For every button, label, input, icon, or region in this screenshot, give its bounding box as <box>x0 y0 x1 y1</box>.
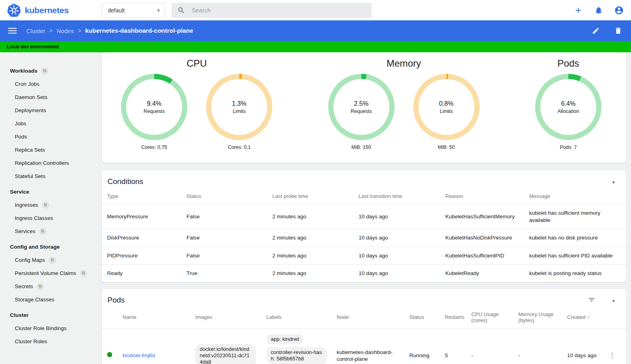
col-node[interactable]: Node <box>337 307 409 328</box>
sidebar-item-label: Ingress Classes <box>15 215 53 221</box>
breadcrumb-cluster[interactable]: Cluster <box>26 28 46 34</box>
sidebar-item-pods[interactable]: Pods <box>0 130 99 143</box>
condition-cell: kubelet has no disk pressure <box>529 229 626 247</box>
sidebar-item-daemon-sets[interactable]: Daemon Sets <box>0 91 99 104</box>
conditions-table: TypeStatusLast probe timeLast transition… <box>102 188 626 282</box>
pod-name-cell: kindnet-fmj8d <box>123 328 195 364</box>
col-cpu-usage-cores[interactable]: CPU Usage (cores) <box>471 307 518 328</box>
top-app-bar: kubernetes default ▾ <box>0 0 631 20</box>
label-chip: app: kindnet <box>266 334 304 344</box>
col-last-transition-time: Last transition time <box>359 188 445 204</box>
sidebar-item-cluster-roles[interactable]: Cluster Roles <box>0 335 99 348</box>
search-input[interactable] <box>192 7 366 14</box>
notifications-button[interactable] <box>594 6 603 15</box>
sidebar-item-label: Storage Classes <box>15 297 54 303</box>
sidebar-item-ingresses[interactable]: IngressesN <box>0 198 99 212</box>
sidebar-item-label: Deployments <box>15 107 46 113</box>
filter-button[interactable] <box>588 296 595 304</box>
sidebar-item-secrets[interactable]: SecretsN <box>0 280 99 293</box>
condition-cell: 2 minutes ago <box>272 265 359 282</box>
sidebar-item-storage-classes[interactable]: Storage Classes <box>0 293 99 306</box>
table-row: ReadyTrue2 minutes ago10 days agoKubelet… <box>102 265 626 282</box>
sidebar-item-jobs[interactable]: Jobs <box>0 117 99 130</box>
donut-cpu-limits: 1.3%LimitsCores: 0,1 <box>206 74 272 150</box>
breadcrumb-bar: Cluster > Nodes > kubernetes-dashboard-c… <box>0 20 631 41</box>
sidebar-section-label: Cluster <box>10 312 29 318</box>
account-button[interactable] <box>614 6 624 15</box>
col-created[interactable]: Created↑ <box>567 307 609 328</box>
col-restarts[interactable]: Restarts <box>445 307 471 328</box>
sidebar-item-label: Replication Controllers <box>15 160 69 166</box>
labels-stack: app: kindnetcontroller-revision-hash: 58… <box>266 334 331 364</box>
collapse-arrow-icon: ▲ <box>611 298 616 303</box>
donut-percent: 1.3% <box>232 100 246 107</box>
pod-status-text-cell: Running <box>409 328 445 364</box>
col-memory-usage-bytes[interactable]: Memory Usage (bytes) <box>518 307 567 328</box>
conditions-title: Conditions <box>107 177 143 186</box>
sidebar-item-replica-sets[interactable]: Replica Sets <box>0 143 99 156</box>
plus-icon <box>574 6 583 15</box>
sidebar-item-label: Services <box>15 228 36 234</box>
condition-cell: kubelet has sufficient PID available <box>529 247 626 265</box>
sidebar-item-config-maps[interactable]: Config MapsN <box>0 253 99 267</box>
pencil-icon <box>592 27 600 35</box>
donut-hole: 9.4%Requests <box>126 79 182 135</box>
sidebar-item-replication-controllers[interactable]: Replication Controllers <box>0 156 99 170</box>
donut-label: Requests <box>351 109 372 114</box>
sidebar-section-label: Workloads <box>10 68 38 74</box>
pod-name-link[interactable]: kindnet-fmj8d <box>123 352 155 358</box>
condition-cell: MemoryPressure <box>102 204 187 229</box>
sidebar-item-cron-jobs[interactable]: Cron Jobs <box>0 77 99 91</box>
sidebar-item-stateful-sets[interactable]: Stateful Sets <box>0 170 99 183</box>
collapse-conditions-button[interactable]: ▲ <box>609 178 618 186</box>
sidebar-item-cluster-role-bindings[interactable]: Cluster Role Bindings <box>0 322 99 335</box>
col-status[interactable]: Status <box>409 307 445 328</box>
condition-cell: 2 minutes ago <box>272 229 359 247</box>
condition-cell: 10 days ago <box>359 247 445 265</box>
edit-button[interactable] <box>591 26 601 36</box>
conditions-card: Conditions ▲ TypeStatusLast probe timeLa… <box>102 170 626 282</box>
col-images[interactable]: Images <box>195 307 266 328</box>
pod-memory-usage-cell: - <box>518 328 567 364</box>
pod-created-cell: 10 days ago <box>567 328 609 364</box>
new-badge: N <box>49 257 56 264</box>
sidebar-item-services[interactable]: ServicesN <box>0 225 99 238</box>
donut-row: 6.4%AllocationPods: 7 <box>535 74 601 150</box>
search-bar[interactable] <box>172 3 371 18</box>
pods-card: Pods ▲ NameImagesLabelsNodeStatusRestart… <box>102 289 626 364</box>
collapse-pods-button[interactable]: ▲ <box>609 296 618 304</box>
col-name[interactable]: Name <box>123 307 195 328</box>
delete-button[interactable] <box>613 26 623 36</box>
donut-cpu-requests: 9.4%RequestsCores: 0,75 <box>121 74 187 150</box>
breadcrumb-nodes[interactable]: Nodes <box>57 28 74 34</box>
add-resource-button[interactable] <box>573 6 583 15</box>
col-labels[interactable]: Labels <box>266 307 337 328</box>
table-row: kindnet-fmj8ddocker.io/kindest/kindnetd:… <box>102 328 626 364</box>
sidebar-item-ingress-classes[interactable]: Ingress Classes <box>0 212 99 225</box>
kebab-menu-icon[interactable]: ⋮ <box>609 352 615 359</box>
breadcrumb-separator: > <box>78 28 81 34</box>
condition-cell: 10 days ago <box>359 265 445 282</box>
donut-footer: Cores: 0,75 <box>141 144 167 150</box>
donut-hole: 1.3%Limits <box>211 79 267 135</box>
donut-footer: MiB: 50 <box>438 144 454 150</box>
col-message: Message <box>529 188 626 204</box>
namespace-select[interactable]: default ▾ <box>102 3 165 18</box>
chevron-down-icon: ▾ <box>157 8 160 13</box>
sidebar-item-deployments[interactable]: Deployments <box>0 104 99 117</box>
kubernetes-logo[interactable]: kubernetes <box>7 4 102 17</box>
bell-icon <box>594 6 603 15</box>
donut-group-title: Pods <box>558 58 579 69</box>
condition-cell: kubelet is posting ready status <box>529 265 626 282</box>
page-title: kubernetes-dashboard-control-plane <box>85 27 193 34</box>
sidebar-section-cluster: Cluster <box>0 309 99 322</box>
sidebar-item-persistent-volume-claims[interactable]: Persistent Volume ClaimsN <box>0 267 99 280</box>
donut-label: Limits <box>440 109 453 114</box>
col-reason: Reason <box>445 188 529 204</box>
new-badge: N <box>80 270 87 277</box>
pod-images-cell: docker.io/kindest/kindnetd:v20230511-dc7… <box>195 328 266 364</box>
condition-cell: KubeletHasSufficientPID <box>445 247 529 265</box>
menu-button[interactable] <box>8 28 17 34</box>
donut-group-pods: Pods6.4%AllocationPods: 7 <box>535 56 601 163</box>
sidebar-section-config-and-storage: Config and Storage <box>0 240 99 253</box>
